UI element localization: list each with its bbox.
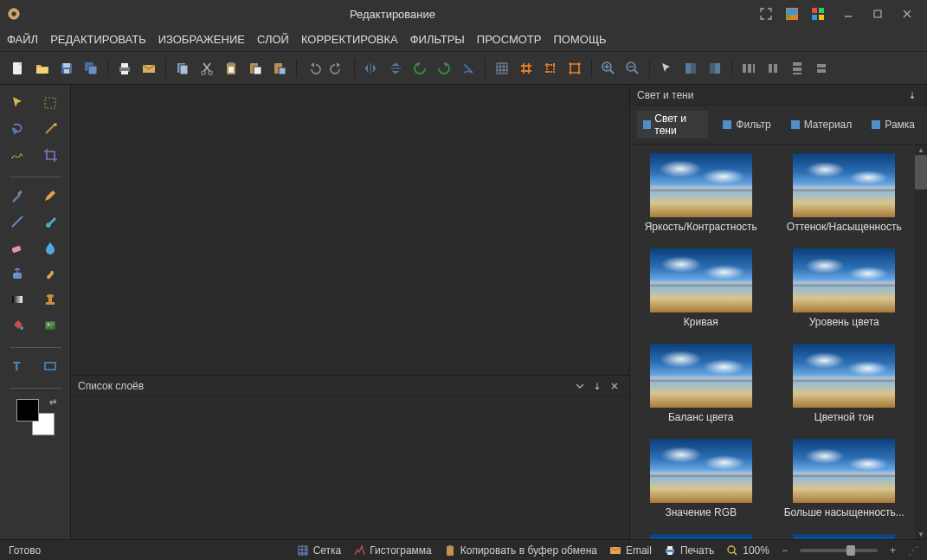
crop-3-button[interactable]: [563, 57, 586, 80]
maximize-button[interactable]: [865, 3, 891, 24]
zoom-out-button[interactable]: [621, 57, 644, 80]
free-rotate-button[interactable]: [457, 57, 480, 80]
effect-color-tone[interactable]: Цветной тон: [779, 344, 911, 437]
tab-material[interactable]: Материал: [785, 117, 858, 132]
undo-button[interactable]: [302, 57, 325, 80]
menu-filters[interactable]: ФИЛЬТРЫ: [410, 33, 465, 46]
picture-tool[interactable]: [39, 314, 61, 337]
eraser-tool[interactable]: [6, 236, 29, 259]
rotate-ccw-button[interactable]: [409, 57, 431, 80]
redo-button[interactable]: [326, 57, 349, 80]
marquee-tool[interactable]: [39, 92, 61, 114]
zoom-slider[interactable]: [800, 549, 878, 552]
gradient-tool[interactable]: [6, 288, 29, 311]
print-button[interactable]: [113, 57, 136, 80]
stamp-tool[interactable]: [39, 288, 61, 311]
rotate-cw-button[interactable]: [433, 57, 455, 80]
panel-dropdown-icon[interactable]: [572, 378, 588, 394]
copy-button[interactable]: [171, 57, 194, 80]
line-tool[interactable]: [6, 210, 29, 233]
mail-button[interactable]: [138, 57, 160, 80]
status-email[interactable]: Email: [609, 544, 652, 557]
brush-tool[interactable]: [39, 210, 61, 233]
save-button[interactable]: [55, 57, 78, 80]
smudge-tool[interactable]: [39, 262, 61, 285]
menu-file[interactable]: ФАЙЛ: [7, 33, 38, 46]
grid-button[interactable]: [491, 57, 513, 80]
crop-tool[interactable]: [39, 144, 61, 166]
swap-colors-icon[interactable]: ⇄: [49, 397, 56, 407]
tab-filter[interactable]: Фильтр: [717, 117, 776, 132]
resize-grip-icon[interactable]: ⋰: [908, 544, 918, 557]
right-scrollbar[interactable]: ▲ ▼: [915, 145, 927, 539]
effect-color-balance[interactable]: Баланс цвета: [635, 344, 767, 437]
align-1-button[interactable]: [679, 57, 702, 80]
effect-rgb-value[interactable]: Значение RGB: [635, 439, 767, 532]
status-histogram[interactable]: Гистограмма: [353, 544, 431, 557]
clone-tool[interactable]: [6, 262, 29, 285]
effect-curves[interactable]: Кривая: [635, 248, 767, 342]
freeform-tool[interactable]: [6, 144, 29, 166]
minimize-button[interactable]: [835, 3, 861, 24]
paste-button[interactable]: [220, 57, 242, 80]
pointer-tool[interactable]: [6, 92, 29, 114]
text-tool[interactable]: T: [6, 355, 29, 377]
fullscreen-toggle-icon[interactable]: [757, 5, 775, 23]
menu-edit[interactable]: РЕДАКТИРОВАТЬ: [50, 33, 146, 46]
new-file-button[interactable]: [7, 57, 29, 80]
lasso-tool[interactable]: [6, 118, 29, 140]
canvas-viewport[interactable]: [71, 85, 629, 375]
tab-frame[interactable]: Рамка: [866, 117, 920, 132]
scrollbar-thumb[interactable]: [915, 155, 927, 190]
effect-hue-saturation[interactable]: Оттенок/Насыщенность: [779, 153, 911, 247]
effect-levels[interactable]: Уровень цвета: [779, 248, 911, 342]
save-batch-button[interactable]: [80, 57, 102, 80]
tab-light-shadow[interactable]: Свет и тени: [637, 111, 708, 138]
menu-help[interactable]: ПОМОЩЬ: [553, 33, 606, 46]
distribute-1-button[interactable]: [737, 57, 760, 80]
rectangle-tool[interactable]: [39, 355, 61, 377]
paste-into-button[interactable]: [268, 57, 291, 80]
skin-icon-1[interactable]: [783, 5, 801, 23]
effect-brightness-contrast[interactable]: Яркость/Контрастность: [635, 153, 767, 247]
zoom-slider-handle[interactable]: [847, 545, 855, 556]
distribute-3-button[interactable]: [786, 57, 808, 80]
effect-more-saturation[interactable]: Больше насыщенность...: [779, 439, 911, 532]
paste-new-button[interactable]: [244, 57, 267, 80]
flip-v-button[interactable]: [384, 57, 407, 80]
skin-icon-2[interactable]: [809, 5, 827, 23]
distribute-4-button[interactable]: [810, 57, 833, 80]
zoom-minus[interactable]: −: [782, 544, 788, 557]
cut-button[interactable]: [196, 57, 218, 80]
droplet-tool[interactable]: [39, 236, 61, 259]
menu-image[interactable]: ИЗОБРАЖЕНИЕ: [158, 33, 245, 46]
panel-pin-icon[interactable]: [589, 378, 605, 394]
status-copy[interactable]: Копировать в буфер обмена: [444, 544, 597, 557]
cursor-button[interactable]: [655, 57, 678, 80]
effect-extra-1[interactable]: [635, 534, 767, 539]
flip-h-button[interactable]: [360, 57, 383, 80]
paint-bucket-tool[interactable]: [6, 314, 29, 337]
menu-view[interactable]: ПРОСМОТР: [477, 33, 542, 46]
menu-adjust[interactable]: КОРРЕКТИРОВКА: [301, 33, 398, 46]
status-grid[interactable]: Сетка: [297, 544, 342, 557]
effect-extra-2[interactable]: [779, 534, 911, 539]
close-button[interactable]: [894, 3, 920, 24]
color-swatches[interactable]: ⇄: [16, 399, 55, 435]
open-folder-button[interactable]: [31, 57, 54, 80]
panel-close-icon[interactable]: [607, 378, 622, 394]
status-print[interactable]: Печать: [664, 544, 714, 557]
eyedropper-tool[interactable]: [6, 184, 29, 207]
crop-1-button[interactable]: [515, 57, 538, 80]
magic-wand-tool[interactable]: [39, 118, 61, 140]
menu-layer[interactable]: СЛОЙ: [257, 33, 289, 46]
crop-2-button[interactable]: [539, 57, 562, 80]
distribute-2-button[interactable]: [762, 57, 784, 80]
pencil-tool[interactable]: [39, 184, 61, 207]
right-panel-pin-icon[interactable]: [904, 87, 920, 103]
align-2-button[interactable]: [704, 57, 726, 80]
status-zoom[interactable]: 100%: [726, 544, 769, 557]
zoom-in-button[interactable]: [597, 57, 620, 80]
foreground-color[interactable]: [16, 399, 39, 422]
zoom-plus[interactable]: +: [890, 544, 896, 557]
